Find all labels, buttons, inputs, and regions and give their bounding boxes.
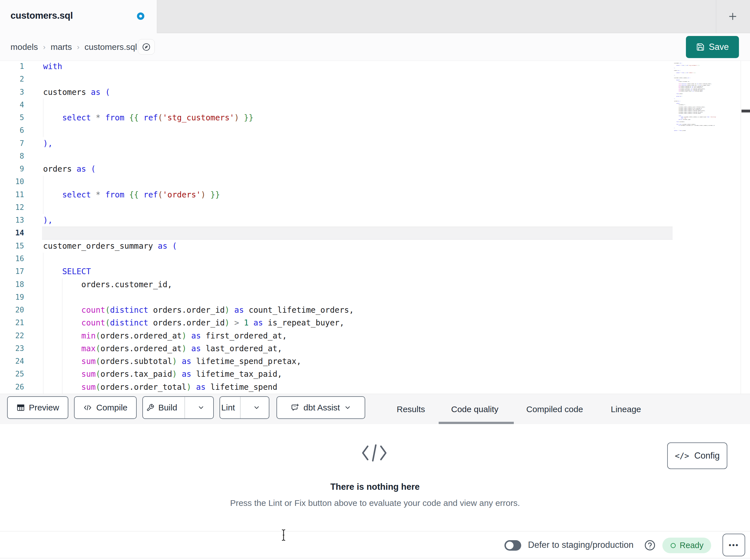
line-content: customers as ( <box>42 86 673 99</box>
code-line-26[interactable]: 26 sum(orders.order_total) as lifetime_s… <box>0 381 750 393</box>
line-number: 23 <box>0 342 24 355</box>
save-button[interactable]: Save <box>686 36 739 58</box>
code-icon <box>359 443 389 462</box>
line-content: SELECT <box>42 265 673 278</box>
editor-scrollbar[interactable] <box>741 61 750 394</box>
defer-toggle[interactable] <box>505 540 521 551</box>
breadcrumb-separator: › <box>43 43 46 51</box>
code-line-7[interactable]: 7), <box>0 137 750 150</box>
empty-state-subtitle: Press the Lint or Fix button above to ev… <box>0 498 750 508</box>
line-content: select * from {{ ref('stg_customers') }} <box>42 111 673 124</box>
code-editor[interactable]: 1with2 3customers as (4 5 select * from … <box>0 61 750 394</box>
breadcrumb: models›marts›customers.sql <box>11 33 137 61</box>
ide-status-badge[interactable]: Ready <box>663 538 711 553</box>
line-number: 7 <box>0 137 24 150</box>
navigate-button[interactable] <box>138 39 155 55</box>
code-line-23[interactable]: 23 max(orders.ordered_at) as last_ordere… <box>0 342 750 355</box>
line-number: 24 <box>0 355 24 368</box>
new-tab-button[interactable] <box>724 8 742 25</box>
breadcrumb-separator: › <box>77 43 79 51</box>
code-line-13[interactable]: 13), <box>0 214 750 227</box>
help-icon[interactable] <box>644 539 656 552</box>
scrollbar-thumb[interactable] <box>742 110 750 112</box>
line-number: 18 <box>0 278 24 291</box>
code-line-6[interactable]: 6 <box>0 124 750 137</box>
minimap-line: on customers.customer_id = customer_orde… <box>674 125 718 126</box>
code-line-21[interactable]: 21 count(distinct orders.order_id) > 1 a… <box>0 316 750 329</box>
defer-label: Defer to staging/production <box>528 532 633 559</box>
line-number: 26 <box>0 381 24 393</box>
code-line-18[interactable]: 18 orders.customer_id, <box>0 278 750 291</box>
line-number: 8 <box>0 150 24 163</box>
line-content: ), <box>42 137 673 150</box>
more-options-button[interactable]: ••• <box>723 534 745 556</box>
line-content: min(orders.ordered_at) as first_ordered_… <box>42 329 673 342</box>
code-line-9[interactable]: 9orders as ( <box>0 163 750 175</box>
code-line-11[interactable]: 11 select * from {{ ref('orders') }} <box>0 188 750 201</box>
tab-title: customers.sql <box>11 10 73 21</box>
line-number: 6 <box>0 124 24 137</box>
breadcrumb-item-marts[interactable]: marts <box>51 42 72 52</box>
breadcrumb-item-models[interactable]: models <box>11 42 38 52</box>
code-line-19[interactable]: 19 <box>0 291 750 304</box>
config-button[interactable]: </> Config <box>667 442 727 469</box>
line-number: 22 <box>0 329 24 342</box>
action-toolbar: Preview Compile Build Lint <box>0 394 750 424</box>
save-label: Save <box>709 42 729 52</box>
line-number: 12 <box>0 201 24 214</box>
code-icon: </> <box>675 451 689 461</box>
code-line-4[interactable]: 4 <box>0 99 750 111</box>
panel-tab-compiled-code[interactable]: Compiled code <box>526 394 583 424</box>
code-line-12[interactable]: 12 <box>0 201 750 214</box>
code-line-16[interactable]: 16 <box>0 252 750 265</box>
code-line-1[interactable]: 1with <box>0 61 750 73</box>
status-circle-icon <box>670 542 676 549</box>
tab-customers-sql[interactable]: customers.sql <box>0 0 157 33</box>
line-number: 14 <box>0 227 24 240</box>
line-content <box>42 227 673 240</box>
code-line-3[interactable]: 3customers as ( <box>0 86 750 99</box>
line-number: 21 <box>0 316 24 329</box>
line-number: 17 <box>0 265 24 278</box>
line-content <box>42 73 673 86</box>
indent-guide <box>43 175 43 214</box>
code-line-17[interactable]: 17 SELECT <box>0 265 750 278</box>
editor-minimap[interactable]: with customers as ( select * from {{ ref… <box>674 61 718 132</box>
line-content: sum(orders.order_total) as lifetime_spen… <box>42 381 673 393</box>
line-number: 20 <box>0 304 24 316</box>
ellipsis-icon: ••• <box>729 541 739 549</box>
code-line-8[interactable]: 8 <box>0 150 750 163</box>
breadcrumb-item-customers-sql[interactable]: customers.sql <box>84 42 137 52</box>
toggle-knob <box>506 542 514 549</box>
code-line-20[interactable]: 20 count(distinct orders.order_id) as co… <box>0 304 750 316</box>
code-lines: 1with2 3customers as (4 5 select * from … <box>0 61 750 393</box>
line-content: ), <box>42 214 673 227</box>
code-line-10[interactable]: 10 <box>0 175 750 188</box>
line-content <box>42 291 673 304</box>
code-line-22[interactable]: 22 min(orders.ordered_at) as first_order… <box>0 329 750 342</box>
line-content <box>42 150 673 163</box>
code-line-2[interactable]: 2 <box>0 73 750 86</box>
line-content: sum(orders.subtotal) as lifetime_spend_p… <box>42 355 673 368</box>
line-content: orders.customer_id, <box>42 278 673 291</box>
line-content: select * from {{ ref('orders') }} <box>42 188 673 201</box>
line-content: max(orders.ordered_at) as last_ordered_a… <box>42 342 673 355</box>
panel-tab-code-quality[interactable]: Code quality <box>451 394 498 424</box>
indent-guide <box>43 99 43 137</box>
line-content <box>42 99 673 111</box>
code-line-15[interactable]: 15customer_orders_summary as ( <box>0 240 750 252</box>
line-number: 3 <box>0 86 24 99</box>
panel-tab-lineage[interactable]: Lineage <box>611 394 641 424</box>
code-line-14[interactable]: 14 <box>0 227 750 240</box>
code-line-24[interactable]: 24 sum(orders.subtotal) as lifetime_spen… <box>0 355 750 368</box>
line-number: 11 <box>0 188 24 201</box>
line-content <box>42 175 673 188</box>
code-line-5[interactable]: 5 select * from {{ ref('stg_customers') … <box>0 111 750 124</box>
breadcrumb-bar: models›marts›customers.sql Save <box>0 33 750 61</box>
minimap-line: select * from joined <box>674 130 718 131</box>
editor-tab-strip: customers.sql <box>0 0 750 33</box>
panel-tab-results[interactable]: Results <box>397 394 425 424</box>
code-line-25[interactable]: 25 sum(orders.tax_paid) as lifetime_tax_… <box>0 368 750 380</box>
line-content <box>42 124 673 137</box>
indent-guide <box>43 253 43 394</box>
